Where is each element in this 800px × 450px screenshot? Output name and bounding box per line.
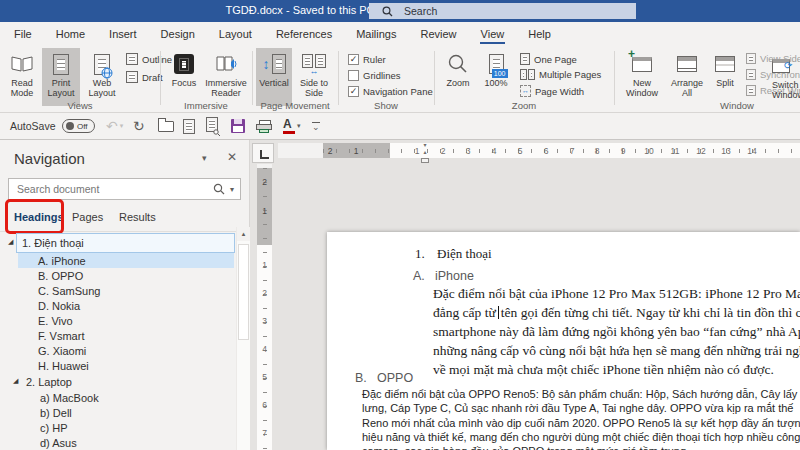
split-button[interactable]: Split xyxy=(710,48,740,106)
web-layout-button[interactable]: Web Layout xyxy=(82,48,122,106)
tree-item-label: D. Nokia xyxy=(38,300,80,312)
tab-help[interactable]: Help xyxy=(516,22,563,46)
ruler-check-icon[interactable]: ✓ xyxy=(348,54,359,65)
ruler-checkbox[interactable]: ✓ Ruler xyxy=(348,54,386,65)
save-button[interactable] xyxy=(231,113,245,139)
tab-pages[interactable]: Pages xyxy=(72,211,103,223)
tree-item-oppo[interactable]: B. OPPO xyxy=(0,268,236,283)
tree-item-macbook[interactable]: a) MacBook xyxy=(0,390,236,405)
web-layout-label: Web Layout xyxy=(82,78,122,98)
navigation-options-dropdown-icon[interactable]: ▾ xyxy=(202,153,207,163)
tree-item-dell[interactable]: b) Dell xyxy=(0,405,236,420)
autosave-state: Off xyxy=(77,122,88,131)
heading-2-number: A. xyxy=(413,269,425,283)
tab-mailings[interactable]: Mailings xyxy=(344,22,408,46)
gridlines-check-icon[interactable] xyxy=(348,70,359,81)
tree-item-asus[interactable]: d) Asus xyxy=(0,435,236,450)
left-indent-marker[interactable] xyxy=(421,158,429,163)
scrollbar-thumb[interactable] xyxy=(238,244,249,340)
tree-item-huawei[interactable]: H. Huawei xyxy=(0,358,236,373)
zoom-button[interactable]: Zoom xyxy=(440,48,476,106)
search-box[interactable] xyxy=(369,3,636,19)
font-color-button[interactable]: A ▾ xyxy=(283,113,301,139)
tab-references[interactable]: References xyxy=(264,22,344,46)
vertical-button[interactable]: ↕ Vertical xyxy=(256,48,292,106)
collapse-triangle-icon[interactable]: ◢ xyxy=(13,377,18,385)
immersive-reader-button[interactable]: Immersive Reader xyxy=(202,48,250,106)
navigation-pane-title: Navigation xyxy=(14,150,85,167)
font-color-dropdown-icon[interactable]: ▾ xyxy=(297,122,301,130)
arrange-all-button[interactable]: Arrange All xyxy=(666,48,708,106)
search-options-dropdown-icon[interactable]: ▾ xyxy=(230,185,234,194)
tab-insert[interactable]: Insert xyxy=(97,22,149,46)
print-layout-icon xyxy=(53,51,69,77)
collapse-triangle-icon[interactable]: ◢ xyxy=(8,238,13,246)
ruler-number: 13 xyxy=(721,146,731,156)
tab-design[interactable]: Design xyxy=(149,22,207,46)
heading-1-text: Điện thoại xyxy=(437,246,492,262)
draft-button[interactable]: Draft xyxy=(126,71,163,83)
group-separator xyxy=(160,51,161,105)
navigation-pane-checkbox[interactable]: ✓ Navigation Pane xyxy=(348,86,433,97)
switch-windows-button[interactable]: ⟳ Switch Window xyxy=(766,50,800,108)
tree-item-hp[interactable]: c) HP xyxy=(0,420,236,435)
tab-file[interactable]: File xyxy=(2,22,44,46)
tab-results[interactable]: Results xyxy=(119,211,156,223)
document-search-input[interactable] xyxy=(15,182,213,196)
scroll-up-icon[interactable]: ▴ xyxy=(237,227,250,241)
tree-item-samsung[interactable]: C. SamSung xyxy=(0,283,236,298)
indent-markers[interactable]: ▾▴ xyxy=(420,142,430,158)
tree-item-vivo[interactable]: E. Vivo xyxy=(0,313,236,328)
ruler-number: 3 xyxy=(463,146,473,156)
tab-stop-icon xyxy=(260,150,269,159)
print-icon xyxy=(256,120,272,133)
one-page-button[interactable]: One Page xyxy=(520,53,577,65)
gridlines-checkbox[interactable]: Gridlines xyxy=(348,70,401,81)
new-window-button[interactable]: + New Window xyxy=(620,48,664,106)
tab-home[interactable]: Home xyxy=(44,22,97,46)
new-window-icon: + xyxy=(632,51,652,77)
tab-layout[interactable]: Layout xyxy=(207,22,264,46)
navigation-scrollbar[interactable]: ▴ xyxy=(236,227,250,450)
tree-item-vsmart[interactable]: F. Vsmart xyxy=(0,328,236,343)
search-input[interactable] xyxy=(402,4,606,18)
page-width-button[interactable]: ↔ Page Width xyxy=(520,85,584,97)
read-mode-button[interactable]: Read Mode xyxy=(4,48,40,106)
tree-item-laptop[interactable]: ◢ 2. Laptop xyxy=(0,373,236,390)
ruler-number: 14 xyxy=(747,146,757,156)
zoom-label: Zoom xyxy=(446,78,469,88)
tree-item-nokia[interactable]: D. Nokia xyxy=(0,298,236,313)
vertical-ruler: 2 1 1 2 3 4 5 6 7 xyxy=(257,164,272,450)
document-page[interactable]: 1. Điện thoại A. iPhone Đặc điểm nổi bật… xyxy=(327,232,800,450)
ruler-number: 1 xyxy=(351,146,361,156)
undo-dropdown-icon[interactable]: ▾ xyxy=(120,122,124,130)
multiple-pages-button[interactable]: Multiple Pages xyxy=(520,69,601,80)
print-preview-button[interactable] xyxy=(206,113,218,139)
zoom-100-button[interactable]: 100 100% xyxy=(478,48,514,106)
document-search-box[interactable]: ▾ xyxy=(8,178,241,200)
customize-toolbar-button[interactable]: ⌄ xyxy=(312,113,320,139)
gridlines-label: Gridlines xyxy=(363,70,401,81)
tab-view[interactable]: View xyxy=(469,22,517,46)
focus-button[interactable]: Focus xyxy=(166,48,202,106)
tab-review[interactable]: Review xyxy=(409,22,469,46)
new-document-button[interactable] xyxy=(183,113,195,139)
redo-button[interactable]: ↻ xyxy=(133,113,145,139)
zoom-icon xyxy=(447,51,469,77)
ruler-number: 5 xyxy=(257,372,272,382)
document-area: 2 1 1 2 3 4 5 6 7 8 9 10 11 12 13 14 ▾▴ … xyxy=(250,140,800,450)
navigation-pane-check-icon[interactable]: ✓ xyxy=(348,86,359,97)
print-layout-button[interactable]: Print Layout xyxy=(42,48,80,106)
navigation-close-icon[interactable]: ✕ xyxy=(227,150,237,164)
side-to-side-button[interactable]: ↔ Side to Side xyxy=(294,48,334,106)
print-button[interactable] xyxy=(256,113,272,139)
font-color-icon: A xyxy=(283,119,295,134)
tree-item-dien-thoai[interactable]: ◢ 1. Điện thoại xyxy=(16,233,235,253)
tab-stop-selector[interactable] xyxy=(252,143,274,163)
open-button[interactable] xyxy=(158,113,174,139)
tree-item-label: E. Vivo xyxy=(38,315,73,327)
autosave-toggle[interactable]: Off xyxy=(62,113,95,139)
tree-item-iphone[interactable]: A. iPhone xyxy=(18,253,234,268)
tree-item-xiaomi[interactable]: G. Xiaomi xyxy=(0,343,236,358)
undo-button[interactable]: ↶ ▾ xyxy=(106,113,123,139)
